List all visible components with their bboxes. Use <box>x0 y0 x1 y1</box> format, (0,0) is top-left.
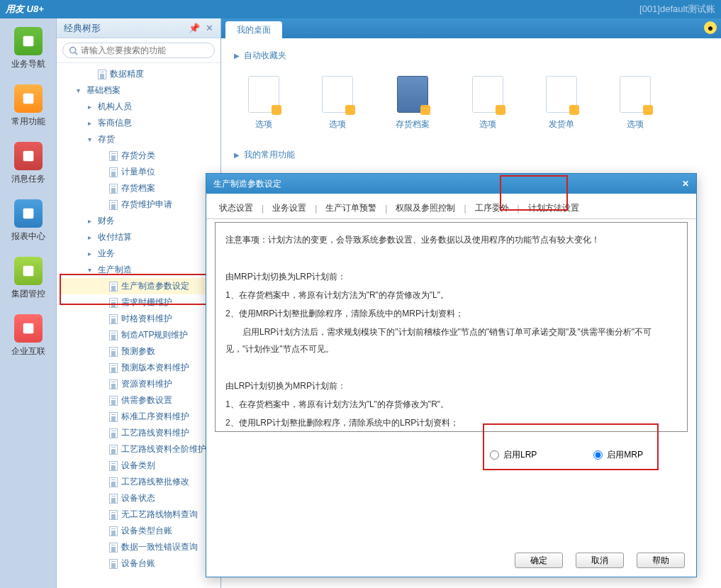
dialog-tab[interactable]: 计划方法设置 <box>524 199 583 217</box>
document-icon <box>109 396 118 406</box>
svg-rect-3 <box>23 209 34 219</box>
dialog-text: 1、在存货档案中，将原有计划方法为"L"的存货修改为"R"。 <box>225 396 677 413</box>
dialog-text: 注意事项：计划方法的变更，会导致系统参数设置、业务数据以及使用程序的功能节点有较… <box>225 231 677 248</box>
tree-toggle-icon: ▾ <box>88 266 96 274</box>
rail-label: 企业互联 <box>0 345 57 357</box>
tree-leaf[interactable]: 标准工序资料维护 <box>60 409 220 425</box>
dialog-title: 生产制造参数设定 <box>213 178 281 190</box>
rail-item[interactable]: 报表中心 <box>0 191 57 248</box>
tree-leaf[interactable]: 设备状态 <box>60 490 220 506</box>
tree-leaf[interactable]: 工艺路线整批修改 <box>60 474 220 490</box>
dialog-tab[interactable]: 工序委外 <box>471 199 513 217</box>
dialog-close-icon[interactable]: ✕ <box>682 179 689 189</box>
tree-leaf[interactable]: 工艺路线资料维护 <box>60 425 220 441</box>
dialog-title-bar[interactable]: 生产制造参数设定 ✕ <box>206 174 696 194</box>
tree-branch[interactable]: ▸客商信息 <box>60 115 220 131</box>
tree-leaf[interactable]: 计量单位 <box>60 164 220 180</box>
radio-lrp[interactable]: 启用LRP <box>490 449 537 461</box>
shortcut-row: 选项选项存货档案选项发货单选项 <box>234 69 708 145</box>
dialog-tab[interactable]: 权限及参照控制 <box>391 199 459 217</box>
tree-branch[interactable]: ▾存货 <box>60 131 220 148</box>
shortcut-label: 选项 <box>472 118 503 131</box>
tree-leaf[interactable]: 预测版本资料维护 <box>60 360 220 376</box>
tree-leaf[interactable]: 制造ATP规则维护 <box>60 327 220 343</box>
tree-leaf[interactable]: 设备类型台账 <box>60 523 220 539</box>
tree-leaf[interactable]: 无工艺路线物料查询 <box>60 506 220 523</box>
tree-leaf[interactable]: 数据一致性错误查询 <box>60 539 220 555</box>
shortcut-icon <box>322 76 353 113</box>
tree-label: 数据精度 <box>110 68 144 80</box>
tree-leaf[interactable]: 设备类别 <box>60 457 220 474</box>
shortcut-item[interactable]: 选项 <box>248 76 279 131</box>
document-icon <box>109 543 118 553</box>
document-icon <box>109 347 118 357</box>
svg-point-6 <box>70 47 76 52</box>
tree-label: 客商信息 <box>98 117 132 129</box>
tree-label: 需求时栅维护 <box>121 296 172 309</box>
rail-item[interactable]: 企业互联 <box>0 306 57 363</box>
tree-leaf[interactable]: 存货档案 <box>60 180 220 196</box>
dialog-text <box>225 359 677 376</box>
tree-label: 制造ATP规则维护 <box>121 329 188 341</box>
svg-rect-0 <box>23 36 34 47</box>
shortcut-item[interactable]: 选项 <box>620 76 651 131</box>
dialog-tab[interactable]: 业务设置 <box>268 199 311 217</box>
tree-label: 工艺路线资料维护 <box>121 427 189 439</box>
pin-icon[interactable]: 📌 <box>189 23 200 33</box>
tree-leaf[interactable]: 需求时栅维护 <box>60 294 220 311</box>
tree-leaf[interactable]: 工艺路线资料全阶维护 <box>60 441 220 457</box>
search-input[interactable] <box>81 45 208 55</box>
svg-rect-5 <box>23 323 34 334</box>
dialog-text: 启用LRP计划方法后，需求规划模块下的"计划前稽核作业"节点的"销售订单可承诺交… <box>225 323 677 357</box>
shortcut-icon <box>546 76 577 113</box>
tree-leaf[interactable]: 供需参数设置 <box>60 392 220 409</box>
document-icon <box>109 428 118 438</box>
tree-leaf[interactable]: 时格资料维护 <box>60 311 220 327</box>
rail-label: 消息任务 <box>0 173 57 185</box>
rail-item[interactable]: 消息任务 <box>0 133 57 191</box>
tab-desktop[interactable]: 我的桌面 <box>225 21 282 38</box>
tree-leaf[interactable]: 设备台账 <box>60 555 220 572</box>
rail-item[interactable]: 业务导航 <box>0 18 57 76</box>
shortcut-item[interactable]: 存货档案 <box>396 76 430 131</box>
ok-button[interactable]: 确定 <box>515 553 563 568</box>
shortcut-item[interactable]: 选项 <box>472 76 503 131</box>
cancel-button[interactable]: 取消 <box>576 553 624 568</box>
document-icon <box>109 461 118 471</box>
svg-rect-2 <box>23 151 34 162</box>
shortcut-item[interactable]: 发货单 <box>546 76 577 131</box>
tree-label: 生产制造 <box>98 264 132 276</box>
tree-label: 计量单位 <box>121 166 155 178</box>
radio-mrp[interactable]: 启用MRP <box>593 449 643 461</box>
rail-item[interactable]: 常用功能 <box>0 76 57 133</box>
tree-leaf[interactable]: 存货维护申请 <box>60 196 220 213</box>
tree-leaf[interactable]: 资源资料维护 <box>60 376 220 392</box>
rail-icon <box>14 142 43 170</box>
tree-branch[interactable]: ▸业务 <box>60 245 220 262</box>
shortcut-item[interactable]: 选项 <box>322 76 353 131</box>
help-button[interactable]: 帮助 <box>637 553 685 568</box>
dialog-text <box>225 250 677 267</box>
dialog-tab[interactable]: 状态设置 <box>215 199 257 217</box>
dialog-buttons: 确定 取消 帮助 <box>515 553 685 568</box>
rail-label: 业务导航 <box>0 58 57 70</box>
smiley-icon[interactable]: ☻ <box>704 21 717 34</box>
close-icon[interactable]: ✕ <box>206 23 213 33</box>
tree-branch[interactable]: ▸财务 <box>60 213 220 229</box>
document-icon <box>109 314 118 324</box>
dialog-tab[interactable]: 生产订单预警 <box>321 199 381 217</box>
tree-leaf[interactable]: 数据精度 <box>60 66 220 82</box>
tree-leaf[interactable]: 预测参数 <box>60 343 220 360</box>
tree-branch[interactable]: ▾基础档案 <box>60 82 220 99</box>
section-my-common[interactable]: ▶ 我的常用功能 <box>234 149 708 161</box>
tree-toggle-icon: ▸ <box>88 119 96 127</box>
shortcut-label: 选项 <box>620 118 651 131</box>
rail-item[interactable]: 集团管控 <box>0 248 57 306</box>
dialog-body: 注意事项：计划方法的变更，会导致系统参数设置、业务数据以及使用程序的功能节点有较… <box>215 222 688 432</box>
tree-branch[interactable]: ▸收付结算 <box>60 229 220 245</box>
tree-leaf[interactable]: 存货分类 <box>60 148 220 164</box>
tree-leaf[interactable]: 生产制造参数设定 <box>60 278 220 294</box>
tree-branch[interactable]: ▾生产制造 <box>60 262 220 278</box>
tree-branch[interactable]: ▸机构人员 <box>60 99 220 115</box>
section-auto-favorites[interactable]: ▶ 自动收藏夹 <box>234 50 708 62</box>
